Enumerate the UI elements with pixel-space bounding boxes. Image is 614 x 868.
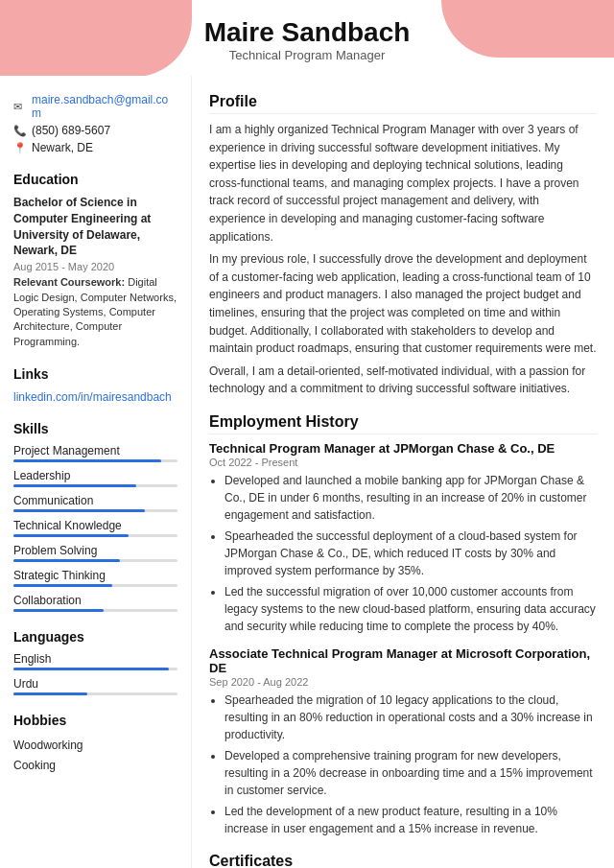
email-link[interactable]: maire.sandbach@gmail.com [32,93,177,120]
job-bullets: Developed and launched a mobile banking … [209,472,597,635]
job-bullet: Led the development of a new product fea… [224,803,597,837]
language-label: Urdu [13,677,177,691]
job-bullet: Spearheaded the migration of 10 legacy a… [224,692,597,743]
skill-bar-bg [13,509,177,512]
skill-item: Collaboration [13,594,177,612]
job-bullet: Developed and launched a mobile banking … [224,472,597,524]
language-item: English [13,652,177,670]
skill-item: Problem Solving [13,544,177,562]
job-bullets: Spearheaded the migration of 10 legacy a… [209,692,597,837]
skill-bar-fill [13,584,112,587]
email-icon: ✉ [13,101,27,113]
language-bar-fill [13,692,87,695]
sidebar: ✉ maire.sandbach@gmail.com 📞 (850) 689-5… [0,76,192,868]
coursework-label: Relevant Coursework: [13,276,125,288]
edu-date: Aug 2015 - May 2020 [13,261,177,272]
skill-bar-bg [13,459,177,462]
certificates-section: Certificates Certified Technical Program… [209,853,597,868]
language-bar-bg [13,668,177,670]
skill-bar-bg [13,584,177,587]
location-text: Newark, DE [32,141,93,154]
skill-label: Leadership [13,469,177,482]
email-item: ✉ maire.sandbach@gmail.com [13,93,177,120]
education-section: Education Bachelor of Science in Compute… [13,172,177,349]
edu-entry: Bachelor of Science in Computer Engineer… [13,195,177,349]
job-bullet: Developed a comprehensive training progr… [224,747,597,799]
education-label: Education [13,172,177,187]
languages-list: English Urdu [13,652,177,695]
language-bar-fill [13,668,169,670]
hobbies-section: Hobbies WoodworkingCooking [13,713,177,775]
skill-bar-fill [13,534,129,537]
location-item: 📍 Newark, DE [13,141,177,154]
language-label: English [13,652,177,666]
phone-item: 📞 (850) 689-5607 [13,124,177,137]
skill-bar-fill [13,559,120,562]
jobs-list: Technical Program Manager at JPMorgan Ch… [209,441,597,837]
skill-label: Strategic Thinking [13,569,177,582]
content-area: Profile I am a highly organized Technica… [192,76,614,868]
skill-bar-fill [13,484,136,487]
skill-item: Leadership [13,469,177,487]
linkedin-link[interactable]: linkedin.com/in/mairesandbach [13,390,172,404]
employment-section: Employment History Technical Program Man… [209,413,597,837]
certificates-label: Certificates [209,853,597,868]
linkedin-item: linkedin.com/in/mairesandbach [13,389,177,404]
skill-label: Project Management [13,444,177,457]
skill-bar-bg [13,559,177,562]
skill-bar-bg [13,609,177,612]
skills-list: Project Management Leadership Communicat… [13,444,177,612]
skill-item: Communication [13,494,177,512]
contact-section: ✉ maire.sandbach@gmail.com 📞 (850) 689-5… [13,93,177,154]
job-bullet: Led the successful migration of over 10,… [224,583,597,635]
hobby-item: Woodworking [13,736,177,755]
job-date: Sep 2020 - Aug 2022 [209,676,597,688]
candidate-title: Technical Program Manager [19,48,595,62]
location-icon: 📍 [13,142,27,154]
profile-text: I am a highly organized Technical Progra… [209,121,597,398]
language-bar-bg [13,692,177,695]
job-title: Technical Program Manager at JPMorgan Ch… [209,441,597,456]
header: Maire Sandbach Technical Program Manager [0,0,614,76]
profile-section: Profile I am a highly organized Technica… [209,93,597,398]
skill-label: Problem Solving [13,544,177,557]
job-title: Associate Technical Program Manager at M… [209,646,597,675]
employment-label: Employment History [209,413,597,434]
hobby-item: Cooking [13,756,177,775]
skill-bar-fill [13,509,145,512]
main-layout: ✉ maire.sandbach@gmail.com 📞 (850) 689-5… [0,76,614,868]
profile-paragraph: Overall, I am a detail-oriented, self-mo… [209,363,597,398]
profile-label: Profile [209,93,597,114]
edu-coursework: Relevant Coursework: Digital Logic Desig… [13,275,177,349]
skill-item: Strategic Thinking [13,569,177,587]
languages-label: Languages [13,629,177,645]
skill-label: Communication [13,494,177,507]
skills-section: Skills Project Management Leadership Com… [13,421,177,612]
language-item: Urdu [13,677,177,695]
hobbies-list: WoodworkingCooking [13,736,177,775]
job-entry: Technical Program Manager at JPMorgan Ch… [209,441,597,635]
skill-bar-bg [13,484,177,487]
edu-degree: Bachelor of Science in Computer Engineer… [13,195,177,259]
languages-section: Languages English Urdu [13,629,177,695]
job-bullet: Spearheaded the successful deployment of… [224,528,597,579]
phone-icon: 📞 [13,125,27,137]
candidate-name: Maire Sandbach [19,17,595,48]
profile-paragraph: I am a highly organized Technical Progra… [209,121,597,246]
profile-paragraph: In my previous role, I successfully drov… [209,250,597,358]
links-label: Links [13,366,177,382]
skill-label: Technical Knowledge [13,519,177,532]
job-entry: Associate Technical Program Manager at M… [209,646,597,837]
skill-item: Technical Knowledge [13,519,177,537]
links-section: Links linkedin.com/in/mairesandbach [13,366,177,404]
skill-bar-fill [13,459,161,462]
skill-bar-fill [13,609,104,612]
skill-bar-bg [13,534,177,537]
skills-label: Skills [13,421,177,436]
skill-item: Project Management [13,444,177,462]
job-date: Oct 2022 - Present [209,457,597,468]
phone-text: (850) 689-5607 [32,124,110,137]
hobbies-label: Hobbies [13,713,177,728]
skill-label: Collaboration [13,594,177,607]
